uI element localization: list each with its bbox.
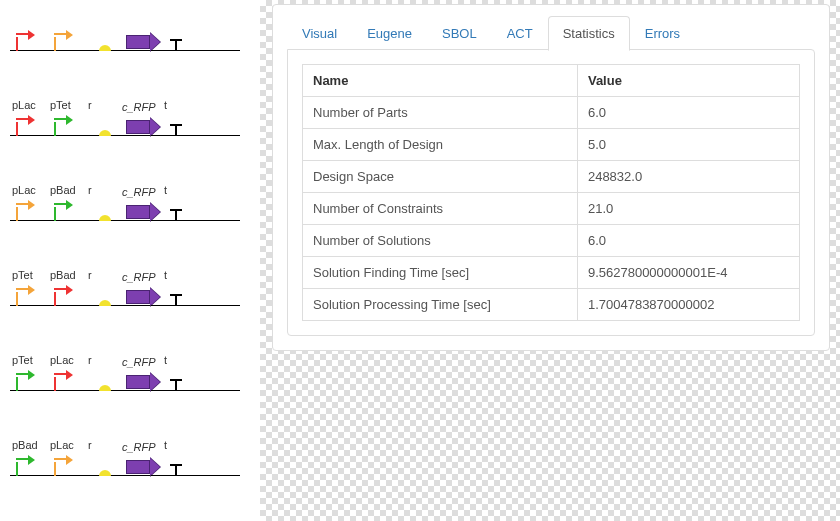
table-row: Max. Length of Design5.0 — [303, 129, 800, 161]
baseline — [10, 475, 240, 476]
cell-name: Number of Parts — [303, 97, 578, 129]
tab-errors[interactable]: Errors — [630, 16, 695, 51]
rbs-icon — [99, 385, 111, 391]
details-panel: Visual Eugene SBOL ACT Statistics Errors… — [272, 4, 830, 351]
cell-name: Solution Finding Time [sec] — [303, 257, 578, 289]
terminator-icon — [170, 464, 182, 476]
table-row: Number of Parts6.0 — [303, 97, 800, 129]
tab-content-statistics: Name Value Number of Parts6.0Max. Length… — [287, 49, 815, 336]
cds-icon — [126, 118, 160, 136]
promoter-icon — [14, 203, 36, 221]
baseline — [10, 390, 240, 391]
cell-value: 9.562780000000001E-4 — [577, 257, 799, 289]
design-row: pTetpBadrc_RFPt — [10, 180, 260, 235]
promoter-icon — [52, 118, 74, 136]
cell-name: Number of Constraints — [303, 193, 578, 225]
cds-icon — [126, 458, 160, 476]
table-header-row: Name Value — [303, 65, 800, 97]
table-row: Solution Processing Time [sec]1.70047838… — [303, 289, 800, 321]
rbs-icon — [99, 470, 111, 476]
rbs-icon — [99, 45, 111, 51]
cell-name: Design Space — [303, 161, 578, 193]
terminator-icon — [170, 209, 182, 221]
statistics-table: Name Value Number of Parts6.0Max. Length… — [302, 64, 800, 321]
promoter-icon — [52, 33, 74, 51]
promoter-icon — [14, 118, 36, 136]
baseline — [10, 50, 240, 51]
promoter-icon — [52, 458, 74, 476]
tab-visual[interactable]: Visual — [287, 16, 352, 51]
promoter-icon — [14, 33, 36, 51]
rbs-icon — [99, 215, 111, 221]
terminator-icon — [170, 294, 182, 306]
baseline — [10, 305, 240, 306]
baseline — [10, 220, 240, 221]
table-row: Number of Constraints21.0 — [303, 193, 800, 225]
cell-name: Number of Solutions — [303, 225, 578, 257]
cds-icon — [126, 373, 160, 391]
cell-value: 1.7004783870000002 — [577, 289, 799, 321]
promoter-icon — [52, 288, 74, 306]
promoter-icon — [52, 203, 74, 221]
rbs-icon — [99, 130, 111, 136]
designs-list: pLacpTetrc_RFPtpLacpBadrc_RFPtpTetpBadrc… — [0, 0, 260, 521]
cds-icon — [126, 33, 160, 51]
rbs-icon — [99, 300, 111, 306]
terminator-icon — [170, 124, 182, 136]
cds-icon — [126, 288, 160, 306]
baseline — [10, 135, 240, 136]
col-header-name: Name — [303, 65, 578, 97]
promoter-icon — [14, 373, 36, 391]
tab-sbol[interactable]: SBOL — [427, 16, 492, 51]
design-row: pBadpLacrc_RFPt — [10, 350, 260, 405]
tab-eugene[interactable]: Eugene — [352, 16, 427, 51]
design-row: pLacpTetrc_RFPt — [10, 10, 260, 65]
design-row: pBadpTetrc_RFPt — [10, 435, 260, 490]
terminator-icon — [170, 39, 182, 51]
tab-act[interactable]: ACT — [492, 16, 548, 51]
col-header-value: Value — [577, 65, 799, 97]
design-row: pTetpLacrc_RFPt — [10, 265, 260, 320]
table-row: Solution Finding Time [sec]9.56278000000… — [303, 257, 800, 289]
cell-value: 6.0 — [577, 97, 799, 129]
promoter-icon — [52, 373, 74, 391]
cell-value: 248832.0 — [577, 161, 799, 193]
statistics-tbody: Number of Parts6.0Max. Length of Design5… — [303, 97, 800, 321]
table-row: Design Space248832.0 — [303, 161, 800, 193]
cell-value: 5.0 — [577, 129, 799, 161]
cell-name: Max. Length of Design — [303, 129, 578, 161]
tab-statistics[interactable]: Statistics — [548, 16, 630, 51]
tabs-bar: Visual Eugene SBOL ACT Statistics Errors — [273, 5, 829, 50]
cell-value: 6.0 — [577, 225, 799, 257]
design-row: pLacpBadrc_RFPt — [10, 95, 260, 150]
promoter-icon — [14, 288, 36, 306]
terminator-icon — [170, 379, 182, 391]
cell-name: Solution Processing Time [sec] — [303, 289, 578, 321]
cell-value: 21.0 — [577, 193, 799, 225]
promoter-icon — [14, 458, 36, 476]
table-row: Number of Solutions6.0 — [303, 225, 800, 257]
cds-icon — [126, 203, 160, 221]
